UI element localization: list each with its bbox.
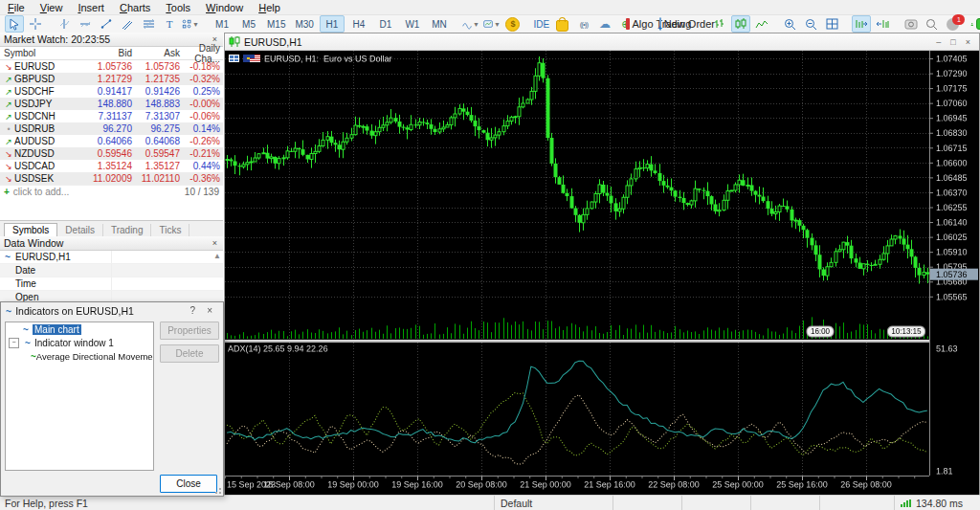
line-chart-mode-button[interactable]	[752, 15, 771, 33]
symbol-row-audusd[interactable]: ↗AUDUSD 0.64066 0.64068 -0.26%	[0, 135, 223, 147]
symbol-row-nzdusd[interactable]: ↘NZDUSD 0.59546 0.59547 -0.21%	[0, 147, 223, 160]
timeframe-m30-button[interactable]: M30	[291, 15, 317, 33]
maximize-button[interactable]: □	[946, 37, 960, 47]
close-window-button[interactable]: ×	[961, 37, 975, 47]
crosshair-tool-button[interactable]	[26, 15, 45, 33]
data-window-row[interactable]: Time	[0, 277, 223, 291]
fibonacci-tool-button[interactable]	[139, 15, 158, 33]
chart-window-titlebar[interactable]: EURUSD,H1 – □ ×	[225, 33, 979, 51]
scroll-up-icon[interactable]: ▲	[213, 252, 221, 260]
menu-item-help[interactable]: Help	[251, 1, 288, 14]
resize-grip[interactable]	[214, 487, 222, 495]
auto-scroll-button[interactable]	[873, 15, 892, 33]
vertical-line-tool-button[interactable]	[55, 15, 74, 33]
indicators-dialog-titlebar[interactable]: ~ Indicators on EURUSD,H1 ? ×	[1, 302, 223, 319]
tile-windows-icon	[826, 18, 838, 30]
shift-end-button[interactable]	[852, 15, 871, 33]
indicators-button[interactable]: ▼	[461, 15, 480, 33]
market-watch-add-row[interactable]: + click to add... 10 / 139	[0, 185, 223, 198]
menu-item-insert[interactable]: Insert	[70, 1, 112, 14]
timeframe-m5-button[interactable]: M5	[236, 15, 261, 33]
signals-button[interactable]: ((•))	[574, 15, 593, 33]
bar-chart-mode-button[interactable]	[710, 15, 729, 33]
delete-button[interactable]: Delete	[160, 344, 219, 363]
timeframe-h1-button[interactable]: H1	[320, 15, 345, 33]
market-watch-header-row[interactable]: SymbolBidAskDaily Cha...	[0, 47, 223, 60]
tree-item-indicator-window[interactable]: − ~ Indicator window 1	[6, 336, 153, 349]
tile-windows-button[interactable]	[823, 15, 842, 33]
properties-button[interactable]: Properties	[160, 322, 219, 340]
symbol-row-eurusd[interactable]: ↘EURUSD 1.05736 1.05736 -0.18%	[0, 60, 223, 73]
market-watch-panel: Market Watch: 20:23:55 × SymbolBidAskDai…	[0, 33, 223, 236]
symbol-row-usdsek[interactable]: ↘USDSEK 11.02009 11.02110 -0.36%	[0, 172, 223, 185]
tree-item-main-chart[interactable]: ~ Main chart	[6, 322, 153, 336]
menu-item-window[interactable]: Window	[198, 1, 251, 14]
column-header[interactable]: Ask	[132, 48, 180, 58]
tab-trading[interactable]: Trading	[103, 224, 152, 236]
timeframe-h4-button[interactable]: H4	[346, 15, 371, 33]
ask-value: 0.91426	[132, 86, 180, 97]
objects-gallery-button[interactable]: ▼	[181, 15, 200, 33]
menu-item-file[interactable]: File	[0, 1, 33, 14]
symbol-row-usdrub[interactable]: •USDRUB 96.270 96.275 0.14%	[0, 122, 223, 135]
column-header[interactable]: Symbol	[0, 48, 82, 58]
search-button[interactable]	[923, 15, 942, 33]
symbol-row-usdcnh[interactable]: ↗USDCNH 7.31137 7.31307 -0.06%	[0, 110, 223, 122]
menu-item-charts[interactable]: Charts	[112, 1, 158, 14]
bars-icon	[713, 18, 725, 30]
notifications-button[interactable]: 1	[944, 15, 963, 33]
chart-window-icon	[483, 18, 493, 30]
symbol-row-gbpusd[interactable]: ↗GBPUSD 1.21729 1.21735 -0.32%	[0, 73, 223, 85]
dialog-help-button[interactable]: ?	[185, 305, 202, 316]
deposit-button[interactable]: $	[503, 15, 523, 33]
tab-symbols[interactable]: Symbols	[4, 223, 57, 237]
text-tool-button[interactable]: T	[160, 15, 179, 33]
status-profile[interactable]: Default	[494, 496, 612, 510]
zoom-in-button[interactable]	[781, 15, 800, 33]
horizontal-line-icon	[79, 18, 91, 30]
daily-change-value: -0.00%	[180, 99, 222, 109]
menu-item-tools[interactable]: Tools	[158, 1, 198, 14]
collapse-icon[interactable]: −	[9, 338, 19, 348]
chart-canvas[interactable]	[225, 51, 979, 496]
symbol-row-usdcad[interactable]: ↘USDCAD 1.35124 1.35127 0.44%	[0, 160, 223, 172]
symbol-name: USDCHF	[14, 86, 55, 97]
trendline-tool-button[interactable]	[97, 15, 116, 33]
tree-item-adx[interactable]: ~ Average Directional Movement Index	[6, 349, 153, 363]
timeframe-m15-button[interactable]: M15	[263, 15, 289, 33]
timeframe-m1-button[interactable]: M1	[210, 15, 234, 33]
chart-shot-button[interactable]	[902, 15, 921, 33]
column-header[interactable]: Bid	[82, 48, 132, 58]
tab-details[interactable]: Details	[57, 224, 103, 236]
indicators-tree[interactable]: ~ Main chart − ~ Indicator window 1 ~ Av…	[5, 322, 154, 471]
symbol-row-usdchf[interactable]: ↗USDCHF 0.91417 0.91426 0.25%	[0, 85, 223, 98]
timeframe-w1-button[interactable]: W1	[400, 15, 425, 33]
cursor-tool-button[interactable]	[5, 15, 24, 33]
horizontal-line-tool-button[interactable]	[76, 15, 95, 33]
daily-change-value: -0.21%	[180, 148, 222, 159]
bid-value: 0.59546	[82, 148, 132, 159]
dialog-close-icon[interactable]: ×	[201, 305, 218, 316]
ask-value: 7.31307	[132, 111, 180, 122]
channel-tool-button[interactable]	[118, 15, 137, 33]
market-button[interactable]	[553, 15, 572, 33]
close-button[interactable]: Close	[160, 475, 217, 493]
timeframe-mn-button[interactable]: MN	[427, 15, 452, 33]
data-window-close-icon[interactable]: ×	[211, 238, 219, 248]
data-window-row[interactable]: ~ EURUSD,H1	[0, 251, 223, 264]
symbol-row-usdjpy[interactable]: ↗USDJPY 148.880 148.883 -0.00%	[0, 98, 223, 110]
objects-window-button[interactable]: ▼	[482, 15, 501, 33]
tab-ticks[interactable]: Ticks	[151, 224, 189, 236]
timeframe-d1-button[interactable]: D1	[373, 15, 398, 33]
menu-item-view[interactable]: View	[33, 1, 71, 14]
connection-status-button[interactable]	[969, 15, 980, 33]
data-window-row[interactable]: Date	[0, 264, 223, 277]
ide-button[interactable]: IDE	[532, 15, 551, 33]
vps-button[interactable]: ☁	[595, 15, 614, 33]
data-window-titlebar[interactable]: Data Window ×	[0, 236, 223, 251]
new-order-button[interactable]: New Order	[674, 15, 701, 33]
candle-chart-mode-button[interactable]	[731, 15, 750, 33]
minimize-button[interactable]: –	[931, 37, 946, 47]
zoom-out-button[interactable]	[802, 15, 821, 33]
status-latency-cell[interactable]: 134.80 ms	[894, 496, 980, 510]
